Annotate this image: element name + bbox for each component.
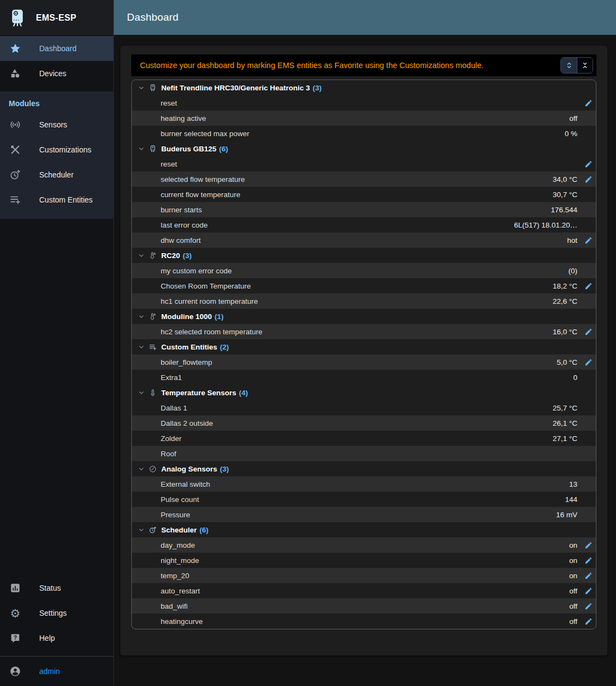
entity-name: External switch [132, 480, 569, 488]
device-group-row-rc20[interactable]: ARC20(3) [132, 248, 596, 263]
device-group-name: Custom Entities [161, 343, 217, 351]
page-title: Dashboard [127, 11, 179, 23]
entity-name: heatingcurve [132, 617, 569, 626]
entity-row-zolder: Zolder27,1 °C [132, 431, 596, 446]
sidebar-item-label: Dashboard [39, 44, 77, 53]
entity-row-dallas-2-outside: Dallas 2 outside26,1 °C [132, 415, 596, 431]
chevron-down-icon[interactable] [136, 389, 146, 396]
thermostat-icon: A [146, 313, 159, 321]
entity-name: current flow temperature [132, 191, 553, 199]
entity-name: hc1 current room temperature [132, 297, 553, 305]
sidebar-item-status[interactable]: Status [0, 575, 113, 601]
chevron-down-icon[interactable] [136, 145, 146, 152]
pencil-icon[interactable] [584, 541, 593, 549]
device-group-count: (3) [313, 84, 322, 92]
device-group-row-temperature-sensors[interactable]: Temperature Sensors(4) [132, 385, 596, 400]
pencil-icon[interactable] [584, 175, 593, 183]
sidebar-item-scheduler[interactable]: Scheduler [0, 162, 113, 187]
chevron-down-icon[interactable] [136, 526, 146, 534]
pencil-icon[interactable] [584, 556, 593, 565]
clock-plus-icon [146, 526, 159, 534]
entity-row-heating-active: heating activeoff [132, 111, 596, 126]
chevron-down-icon[interactable] [136, 252, 146, 259]
boiler-icon [146, 145, 159, 153]
sidebar-item-label: Status [39, 584, 61, 592]
entity-row-hc2-selected-room-temperature: hc2 selected room temperature16,0 °C [132, 324, 596, 339]
device-group-row-nefit-trendline-hrc30-generic-heatronic-3[interactable]: Nefit Trendline HRC30/Generic Heatronic … [132, 80, 596, 95]
pencil-icon[interactable] [584, 617, 593, 626]
chevron-down-icon[interactable] [136, 84, 146, 91]
device-group-row-moduline-1000[interactable]: AModuline 1000(1) [132, 309, 596, 324]
entity-row-burner-starts: burner starts176.544 [132, 202, 596, 217]
entity-row-boiler-flowtemp: boiler_flowtemp5,0 °C [132, 354, 596, 370]
expand-collapse-button-group [560, 57, 593, 74]
app-root: EMS-ESP DashboardDevices Modules Sensors… [0, 0, 616, 686]
pencil-icon[interactable] [584, 99, 593, 107]
app-title: EMS-ESP [36, 13, 76, 23]
entity-name: Dallas 2 outside [132, 419, 553, 427]
sidebar: EMS-ESP DashboardDevices Modules Sensors… [0, 0, 114, 686]
sidebar-item-custom-entities[interactable]: Custom Entities [0, 187, 113, 212]
entity-value: off [569, 602, 577, 610]
pencil-icon[interactable] [584, 358, 593, 366]
device-group-count: (2) [220, 343, 229, 351]
chevron-down-icon[interactable] [136, 465, 146, 473]
edit-value-slot [581, 587, 593, 595]
entity-name: Pressure [132, 511, 556, 519]
entity-value: off [569, 617, 577, 626]
collapse-all-button[interactable] [577, 58, 593, 73]
edit-value-slot [581, 282, 593, 290]
sidebar-item-sensors[interactable]: Sensors [0, 112, 113, 137]
pencil-icon[interactable] [584, 236, 593, 244]
device-group-row-custom-entities[interactable]: Custom Entities(2) [132, 339, 596, 354]
dashboard-card: Customize your dashboard by marking EMS … [120, 46, 607, 656]
entity-row-last-error-code: last error code6L(517) 18.01.20… [132, 217, 596, 232]
expand-all-button[interactable] [561, 58, 577, 73]
sidebar-item-label: Sensors [39, 120, 67, 129]
entity-name: hc2 selected room temperature [132, 328, 553, 336]
entity-row-extra1: Extra10 [132, 370, 596, 385]
pencil-icon[interactable] [584, 587, 593, 595]
device-group-name: Nefit Trendline HRC30/Generic Heatronic … [161, 84, 310, 92]
sidebar-item-help[interactable]: ?Help [0, 626, 113, 651]
thermostat-icon: A [146, 252, 159, 260]
clock-plus-icon [7, 169, 24, 181]
device-group-count: (6) [199, 526, 209, 534]
gear-icon: ⚙ [7, 608, 24, 619]
entity-value: 22,6 °C [553, 297, 577, 305]
edit-value-slot [581, 175, 593, 183]
list-plus-icon [146, 343, 159, 351]
entity-name: my custom error code [132, 267, 569, 275]
sidebar-item-customizations[interactable]: Customizations [0, 137, 113, 162]
sidebar-item-admin[interactable]: admin [0, 657, 113, 686]
device-group-row-analog-sensors[interactable]: Analog Sensors(3) [132, 461, 596, 476]
entity-value: 34,0 °C [553, 175, 577, 183]
entity-value: 16 mV [556, 511, 577, 519]
sidebar-item-dashboard[interactable]: Dashboard [0, 36, 113, 61]
pencil-icon[interactable] [584, 602, 593, 610]
sidebar-item-devices[interactable]: Devices [0, 61, 113, 86]
entity-row-bad-wifi: bad_wifioff [132, 598, 596, 614]
chevron-down-icon[interactable] [136, 313, 146, 320]
device-group-row-scheduler[interactable]: Scheduler(6) [132, 522, 596, 537]
main-area: Dashboard Customize your dashboard by ma… [114, 0, 616, 686]
pencil-icon[interactable] [584, 328, 593, 336]
entity-name: temp_20 [132, 572, 569, 580]
unfold-less-icon [581, 62, 589, 69]
notice-text: Customize your dashboard by marking EMS … [140, 61, 484, 70]
sidebar-item-label: Devices [39, 69, 66, 78]
device-group-count: (1) [215, 313, 224, 321]
edit-value-slot [581, 617, 593, 626]
svg-text:?: ? [14, 634, 17, 641]
entity-value: on [569, 541, 577, 549]
sidebar-item-settings[interactable]: ⚙Settings [0, 601, 113, 626]
pencil-icon[interactable] [584, 282, 593, 290]
pencil-icon[interactable] [584, 160, 593, 168]
chevron-down-icon[interactable] [136, 344, 146, 351]
svg-text:A: A [154, 313, 156, 316]
sidebar-item-label: Customizations [39, 145, 92, 154]
pencil-icon[interactable] [584, 572, 593, 580]
device-group-count: (6) [219, 145, 228, 153]
star-icon [7, 42, 24, 54]
device-group-row-buderus-gb125[interactable]: Buderus GB125(6) [132, 141, 596, 156]
